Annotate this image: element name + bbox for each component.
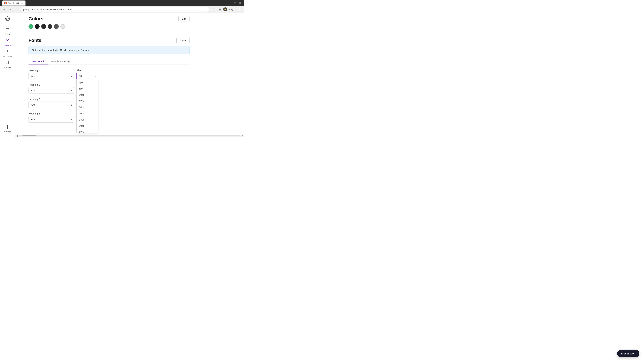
analytics-icon bbox=[6, 61, 10, 66]
incognito-avatar: 🕵 bbox=[223, 7, 227, 11]
extensions-button[interactable]: ⊞ bbox=[217, 7, 222, 12]
svg-point-2 bbox=[8, 18, 9, 18]
heading3-label: Heading 3 bbox=[28, 98, 74, 100]
svg-point-3 bbox=[6, 28, 8, 29]
people-icon bbox=[6, 27, 10, 32]
size-option-12px[interactable]: 12px bbox=[77, 98, 98, 104]
size-input-wrapper: ▴ bbox=[76, 73, 98, 79]
heading1-label: Heading 1 bbox=[28, 69, 74, 72]
size-option-8px[interactable]: 8px bbox=[77, 85, 98, 92]
sidebar-item-settings[interactable]: Settings bbox=[2, 124, 14, 134]
color-swatch-6[interactable] bbox=[60, 24, 65, 29]
sidebar: People Campaigns Workflows bbox=[0, 13, 15, 137]
color-swatch-4[interactable] bbox=[48, 24, 52, 29]
svg-rect-8 bbox=[6, 63, 7, 64]
fonts-title: Fonts bbox=[28, 38, 41, 43]
scrollbar-thumb[interactable] bbox=[22, 135, 36, 136]
size-option-10px[interactable]: 10px bbox=[77, 92, 98, 98]
scroll-left-arrow[interactable]: ◀ bbox=[15, 134, 18, 137]
heading4-row: Heading 4 Arial Helvetica Georgia ▾ bbox=[28, 112, 190, 122]
heading3-row: Heading 3 Arial Helvetica Georgia ▾ bbox=[28, 98, 190, 108]
heading2-font-select-wrapper: Arial Helvetica Georgia ▾ bbox=[28, 87, 74, 94]
color-swatch-1[interactable] bbox=[28, 24, 33, 29]
address-bar[interactable] bbox=[20, 7, 210, 12]
heading1-font-select-wrapper: Arial Helvetica Georgia Times New Roman … bbox=[28, 73, 74, 79]
workflows-label: Workflows bbox=[3, 55, 12, 57]
horizontal-scrollbar[interactable]: ◀ ▶ bbox=[15, 135, 244, 137]
size-option-22px[interactable]: 22px bbox=[77, 129, 98, 133]
colors-title: Colors bbox=[28, 16, 44, 21]
heading2-row: Heading 2 Arial Helvetica Georgia ▾ bbox=[28, 83, 190, 94]
app-logo[interactable] bbox=[4, 15, 12, 23]
google-fonts-badge: 0 bbox=[67, 60, 71, 63]
heading4-font-select[interactable]: Arial Helvetica Georgia bbox=[28, 116, 74, 122]
menu-button[interactable]: ⋮ bbox=[238, 7, 242, 12]
sidebar-item-analytics[interactable]: Analytics bbox=[2, 59, 14, 70]
tab-favicon: 💧 bbox=[4, 2, 7, 4]
minimize-icon[interactable]: ─ bbox=[230, 2, 231, 4]
new-tab-button[interactable]: + bbox=[27, 1, 31, 5]
fonts-close-button[interactable]: Close bbox=[176, 38, 190, 43]
heading3-font-select-wrapper: Arial Helvetica Georgia ▾ bbox=[28, 102, 74, 108]
tab-close-icon[interactable]: ✕ bbox=[21, 2, 23, 4]
back-button[interactable]: ← bbox=[2, 7, 7, 12]
campaigns-label: Campaigns bbox=[3, 44, 12, 46]
analytics-label: Analytics bbox=[4, 66, 11, 68]
settings-label: Settings bbox=[4, 131, 11, 133]
browser-tab[interactable]: 💧 Assets · Drip ✕ bbox=[2, 0, 26, 5]
forward-button[interactable]: → bbox=[8, 7, 13, 12]
browser-chrome: 💧 Assets · Drip ✕ + ─ □ ✕ bbox=[0, 0, 244, 6]
browser-toolbar: ← → ↻ ☆ ⊞ 🕵 Incognito ⋮ bbox=[0, 6, 244, 13]
colors-section: Colors Edit bbox=[28, 16, 190, 29]
tab-google-fonts-label: Google Fonts bbox=[51, 60, 66, 63]
svg-rect-9 bbox=[7, 62, 8, 64]
sidebar-item-people[interactable]: People bbox=[2, 26, 14, 36]
size-group: Size ▴ 6px 8px 10px 12px 14px 16px bbox=[76, 69, 98, 79]
fonts-info-banner: Set your text defaults for Onsite campai… bbox=[28, 46, 190, 54]
size-option-20px[interactable]: 20px bbox=[77, 123, 98, 129]
svg-rect-5 bbox=[6, 50, 7, 51]
size-option-14px[interactable]: 14px bbox=[77, 104, 98, 110]
tab-text-defaults-label: Text Defaults bbox=[31, 60, 46, 63]
size-dropdown: 6px 8px 10px 12px 14px 16px 18px 20px 22… bbox=[76, 79, 98, 133]
colors-edit-button[interactable]: Edit bbox=[178, 16, 190, 21]
fonts-section: Fonts Close Set your text defaults for O… bbox=[28, 34, 190, 122]
main-content: Colors Edit Fonts Close bbox=[15, 13, 244, 137]
settings-icon bbox=[6, 125, 10, 130]
incognito-label: Incognito bbox=[228, 8, 236, 10]
scroll-right-arrow[interactable]: ▶ bbox=[241, 134, 244, 137]
fonts-tabs: Text Defaults Google Fonts 0 bbox=[28, 58, 190, 65]
svg-rect-6 bbox=[8, 50, 9, 51]
refresh-button[interactable]: ↻ bbox=[14, 7, 19, 12]
heading4-label: Heading 4 bbox=[28, 112, 74, 115]
size-input[interactable] bbox=[76, 73, 98, 79]
star-button[interactable]: ☆ bbox=[211, 7, 216, 12]
tab-text-defaults[interactable]: Text Defaults bbox=[28, 58, 48, 65]
heading1-row: Heading 1 Arial Helvetica Georgia Times … bbox=[28, 69, 190, 79]
color-swatch-5[interactable] bbox=[54, 24, 59, 29]
heading3-font-select[interactable]: Arial Helvetica Georgia bbox=[28, 102, 74, 108]
size-option-18px[interactable]: 18px bbox=[77, 116, 98, 123]
size-option-16px[interactable]: 16px bbox=[77, 110, 98, 116]
svg-point-4 bbox=[8, 28, 9, 29]
heading2-font-select[interactable]: Arial Helvetica Georgia bbox=[28, 87, 74, 94]
people-label: People bbox=[4, 33, 10, 35]
close-window-icon[interactable]: ✕ bbox=[239, 2, 241, 4]
color-swatch-3[interactable] bbox=[41, 24, 46, 29]
incognito-badge: 🕵 Incognito bbox=[223, 7, 236, 11]
svg-point-11 bbox=[7, 126, 8, 128]
sidebar-item-workflows[interactable]: Workflows bbox=[2, 48, 14, 59]
heading4-font-select-wrapper: Arial Helvetica Georgia ▾ bbox=[28, 116, 74, 122]
heading2-label: Heading 2 bbox=[28, 83, 74, 86]
color-swatch-2[interactable] bbox=[35, 24, 40, 29]
heading1-font-select[interactable]: Arial Helvetica Georgia Times New Roman bbox=[28, 73, 74, 79]
size-option-6px[interactable]: 6px bbox=[77, 79, 98, 85]
tab-google-fonts[interactable]: Google Fonts 0 bbox=[48, 58, 74, 65]
sidebar-item-campaigns[interactable]: Campaigns bbox=[2, 37, 14, 48]
svg-point-1 bbox=[6, 18, 7, 18]
campaigns-icon bbox=[6, 38, 10, 43]
app-container: People Campaigns Workflows bbox=[0, 13, 244, 137]
color-swatches bbox=[28, 24, 190, 29]
maximize-icon[interactable]: □ bbox=[234, 2, 236, 4]
workflows-icon bbox=[6, 50, 10, 55]
